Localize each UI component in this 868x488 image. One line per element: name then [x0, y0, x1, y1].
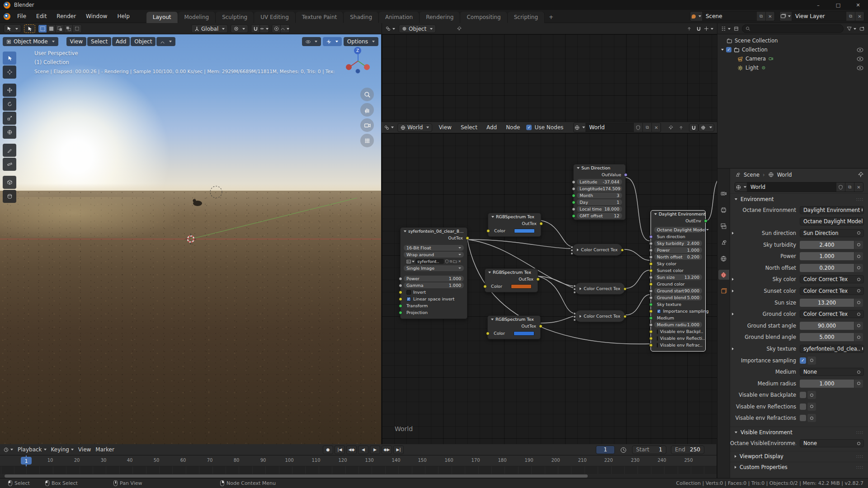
select-mode-subtract[interactable]	[56, 25, 64, 33]
world-unlink-icon[interactable]: ✕	[651, 123, 660, 132]
close-button[interactable]: ✕	[848, 0, 868, 10]
overlays-dropdown[interactable]: Options	[344, 37, 378, 46]
node-color-correct-3[interactable]: Color Correct Tex	[575, 310, 625, 322]
prev-keyframe-button[interactable]: ◀◆	[346, 446, 357, 454]
axis-z-neg-ball[interactable]	[355, 69, 360, 74]
outliner-search-input[interactable]	[742, 24, 844, 33]
tab-texture-paint[interactable]: Texture Paint	[296, 12, 344, 23]
tab-object[interactable]	[718, 286, 729, 296]
tool-move[interactable]	[3, 84, 16, 97]
fake-user-shield-icon[interactable]	[633, 123, 642, 132]
mode-dropdown[interactable]: Object Mode	[3, 37, 58, 46]
timeline-editor-type-dropdown[interactable]	[4, 447, 13, 452]
socket-outtex[interactable]	[539, 222, 543, 225]
tool-cursor[interactable]	[3, 66, 16, 79]
current-frame-indicator[interactable]: 1	[21, 457, 32, 465]
outliner-row-scene-collection[interactable]: Scene Collection	[717, 36, 868, 45]
play-reverse-button[interactable]: ◀	[358, 446, 368, 454]
active-tool-icon[interactable]	[4, 24, 21, 33]
row-importance-sampling[interactable]: ✓Importance sampling	[654, 308, 702, 314]
keyframe-button[interactable]	[807, 391, 816, 399]
menu-keying[interactable]: Keying	[51, 446, 74, 453]
end-frame-field[interactable]: End250	[671, 446, 704, 454]
node-title[interactable]: RGBSpectrum Tex	[485, 269, 538, 276]
scene-selector[interactable]: Scene ⧉ ✕	[690, 11, 775, 21]
row-sun-direction[interactable]: Sun direction	[654, 234, 702, 239]
copy-icon[interactable]: ⧉	[845, 183, 854, 192]
north-offset-field[interactable]: 0.200	[800, 264, 854, 272]
node-rgbspectrum-2[interactable]: RGBSpectrum Tex OutTex Color	[485, 268, 538, 292]
socket-power[interactable]	[399, 277, 402, 281]
parent-up-icon[interactable]	[687, 26, 692, 31]
socket-out[interactable]	[621, 249, 624, 252]
eye-icon[interactable]	[857, 47, 863, 52]
tool-measure[interactable]	[3, 158, 16, 171]
select-mode-extend[interactable]	[47, 25, 56, 33]
refractions-checkbox[interactable]	[657, 343, 658, 347]
view-layer-name-field[interactable]: View Layer	[792, 12, 846, 21]
world-icon[interactable]	[735, 183, 747, 192]
socket[interactable]	[649, 249, 653, 252]
tab-scene[interactable]	[718, 237, 729, 247]
socket[interactable]	[649, 282, 653, 286]
refractions-checkbox[interactable]	[800, 415, 806, 421]
world-name[interactable]: World	[747, 183, 836, 192]
world-datablock-icon[interactable]	[574, 123, 585, 132]
socket[interactable]	[649, 330, 653, 333]
tab-sculpting[interactable]: Sculpting	[216, 12, 254, 23]
socket[interactable]	[649, 310, 653, 313]
daylight-model-dropdown[interactable]: Octane Daylight Model	[800, 217, 864, 225]
row-ground-start[interactable]: Ground start90.000	[654, 288, 702, 294]
row-sun-size[interactable]: Sun size13.200	[654, 274, 702, 280]
tab-render[interactable]	[718, 188, 729, 198]
expand-icon[interactable]	[732, 232, 734, 235]
socket-outvalue[interactable]	[624, 173, 627, 177]
expand-icon[interactable]	[721, 49, 724, 51]
unlink-icon[interactable]: ✕	[854, 183, 863, 192]
expand-icon[interactable]	[732, 313, 734, 315]
socket-outtex[interactable]	[539, 324, 542, 328]
socket-outtex[interactable]	[466, 236, 469, 240]
color-row[interactable]: Color	[491, 228, 538, 234]
linear-invert-checkbox[interactable]: ✓	[406, 297, 411, 301]
jump-start-button[interactable]: |◀	[335, 446, 345, 454]
socket[interactable]	[649, 262, 653, 266]
expand-icon[interactable]	[732, 278, 734, 281]
proportional-edit-icon[interactable]	[272, 25, 281, 33]
tab-uv-editing[interactable]: UV Editing	[254, 12, 296, 23]
axis-z-ball[interactable]: Z	[354, 47, 361, 54]
tab-modeling[interactable]: Modeling	[178, 12, 216, 23]
tab-view-layer[interactable]	[718, 221, 729, 231]
socket-gmt-offset[interactable]	[572, 214, 576, 218]
use-nodes-checkbox[interactable]: ✓	[526, 125, 532, 130]
menu-window[interactable]: Window	[81, 11, 112, 21]
socket[interactable]	[649, 269, 653, 272]
keyframe-button[interactable]	[807, 403, 816, 411]
socket-latitude[interactable]	[572, 180, 576, 184]
outliner-row-light[interactable]: Light	[717, 63, 868, 72]
color-row[interactable]: Color	[488, 283, 534, 289]
scene-unlink-icon[interactable]: ✕	[765, 12, 774, 21]
image-name-field[interactable]: syferfont..	[415, 259, 444, 264]
socket-gamma[interactable]	[399, 284, 402, 287]
field-day[interactable]: Day1	[577, 199, 622, 205]
node-snap-target-dropdown[interactable]	[698, 123, 714, 132]
node-color-correct-1[interactable]: Color Correct Tex	[572, 244, 623, 256]
row-sky-turbidity[interactable]: Sky turbidity2.400	[654, 240, 702, 246]
scene-icon[interactable]	[690, 12, 702, 21]
socket-color[interactable]	[483, 285, 487, 288]
breadcrumb-scene[interactable]: Scene	[744, 172, 760, 178]
view-layer-unlink-icon[interactable]: ✕	[855, 12, 864, 21]
image-folder-icon[interactable]	[453, 259, 457, 263]
shader-type-dropdown[interactable]: Object	[399, 24, 436, 33]
viewport-menu-select[interactable]: Select	[87, 37, 111, 46]
scrollbar-handle[interactable]	[5, 474, 588, 478]
node-menu-add[interactable]: Add	[484, 122, 500, 132]
keyframe-button[interactable]	[854, 333, 863, 341]
outliner-new-collection-icon[interactable]	[859, 26, 864, 31]
view-layer-copy-icon[interactable]: ⧉	[846, 12, 855, 21]
field-longtitude[interactable]: Longtitude174.509	[577, 186, 622, 192]
collection-checkbox[interactable]: ✓	[726, 47, 731, 52]
breadcrumb-world[interactable]: World	[777, 172, 792, 178]
socket-invert[interactable]	[399, 291, 402, 294]
